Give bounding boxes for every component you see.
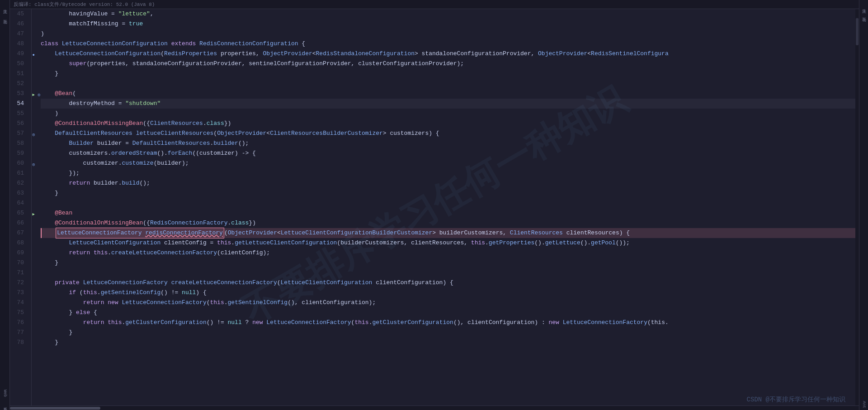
ln-46: 46 [10,19,28,29]
code-line-63: } [41,188,855,198]
ln-45: 45 [10,9,28,19]
right-sidebar-icon-3[interactable]: Ant [860,401,868,408]
left-sidebar-icon-1[interactable]: 关注 [1,2,9,10]
ln-67: 67 [10,228,28,238]
ln-72: 72 [10,278,28,288]
code-editor[interactable]: 45 46 47 48 49 ● 50 51 52 53 ▶ ◎ 54 55 5… [10,9,859,405]
code-line-66: @ConditionalOnMissingBean({RedisConnecti… [41,218,855,228]
code-line-74: return new LettuceConnectionFactory(this… [41,298,855,308]
decompile-info: 反编译: class文件/Bytecode version: 52.0 (Jav… [14,1,155,8]
bottom-scrollbar[interactable] [10,405,859,410]
ln-66: 66 [10,218,28,228]
left-sidebar: 关注 互动 Web 关系 [0,0,10,410]
ln-78: 78 [10,338,28,348]
ln-56: 56 [10,119,28,129]
code-line-73: if (this.getSentinelConfig() != null) { [41,288,855,298]
code-line-76: return this.getClusterConfiguration() !=… [41,318,855,328]
ln-74: 74 [10,298,28,308]
left-sidebar-icon-3[interactable]: Web [1,389,9,397]
ln-48: 48 [10,39,28,49]
code-line-62: return builder.build(); [41,178,855,188]
code-line-56: @ConditionalOnMissingBean({ClientResourc… [41,119,855,129]
code-line-51: } [41,69,855,79]
ln-70: 70 [10,258,28,268]
code-line-58: Builder builder = DefaultClientResources… [41,138,855,148]
code-content[interactable]: havingValue = "lettuce", matchIfMissing … [32,9,855,405]
code-line-54: destroyMethod = "shutdown" [41,99,855,109]
ln-57: 57 ◎ [10,129,28,138]
ln-73: 73 [10,288,28,298]
ln-61: 61 [10,168,28,178]
ln-71: 71 [10,268,28,278]
ln-68: 68 [10,238,28,248]
ln-69: 69 [10,248,28,258]
ln-59: 59 [10,148,28,158]
code-line-65: @Bean [41,208,855,218]
minimap-thumb[interactable] [856,18,859,45]
ln-53: 53 ▶ ◎ [10,89,28,99]
code-line-69: return this.createLettuceConnectionFacto… [41,248,855,258]
code-line-47: ) [41,29,855,39]
ln-50: 50 [10,59,28,69]
ln-49: 49 ● [10,49,28,59]
minimap [855,9,859,405]
ln-64: 64 [10,198,28,208]
ln-62: 62 [10,178,28,188]
code-line-72: private LettuceConnectionFactory createL… [41,278,855,288]
code-line-59: customizers.orderedStream().forEach((cus… [41,148,855,158]
code-line-53: @Bean( [41,89,855,99]
top-info-bar: 反编译: class文件/Bytecode version: 52.0 (Jav… [10,0,859,9]
ln-58: 58 [10,138,28,148]
code-line-50: super(properties, standaloneConfiguratio… [41,59,855,69]
code-line-70: } [41,258,855,268]
line-numbers: 45 46 47 48 49 ● 50 51 52 53 ▶ ◎ 54 55 5… [10,9,32,405]
code-line-55: ) [41,109,855,119]
code-line-46: matchIfMissing = true [41,19,855,29]
ln-52: 52 [10,79,28,89]
code-line-71 [41,268,855,278]
code-line-78: } [41,338,855,348]
code-line-48: class LettuceConnectionConfiguration ext… [41,39,855,49]
ln-63: 63 [10,188,28,198]
code-line-57: DefaultClientResources lettuceClientReso… [41,129,855,138]
code-line-60: customizer.customize(builder); [41,158,855,168]
ln-60: 60 ◎ [10,158,28,168]
ln-75: 75 [10,308,28,318]
code-line-49: LettuceConnectionConfiguration(RedisProp… [41,49,855,59]
editor-container: 不要排斥学习任何一种知识 反编译: class文件/Bytecode versi… [10,0,859,410]
left-sidebar-icon-4[interactable]: 关系 [1,400,9,408]
right-sidebar-icon-1[interactable]: 关注 [860,2,868,9]
code-line-75: } else { [41,308,855,318]
ln-65: 65 ▶ [10,208,28,218]
code-line-52 [41,79,855,89]
code-line-64 [41,198,855,208]
code-line-67: LettuceConnectionFactory redisConnection… [41,228,855,238]
code-line-77: } [41,328,855,338]
ln-55: 55 [10,109,28,119]
code-line-45: havingValue = "lettuce", [41,9,855,19]
ln-51: 51 [10,69,28,79]
ln-77: 77 [10,328,28,338]
ln-76: 76 [10,318,28,328]
code-line-68: LettuceClientConfiguration clientConfig … [41,238,855,248]
scrollbar-thumb[interactable] [10,407,100,410]
left-sidebar-icon-2[interactable]: 互动 [1,13,9,21]
right-sidebar: 关注 互动 Ant [859,0,868,410]
right-sidebar-icon-2[interactable]: 互动 [860,11,868,18]
code-line-61: }); [41,168,855,178]
ln-54: 54 [10,99,28,109]
ln-47: 47 [10,29,28,39]
